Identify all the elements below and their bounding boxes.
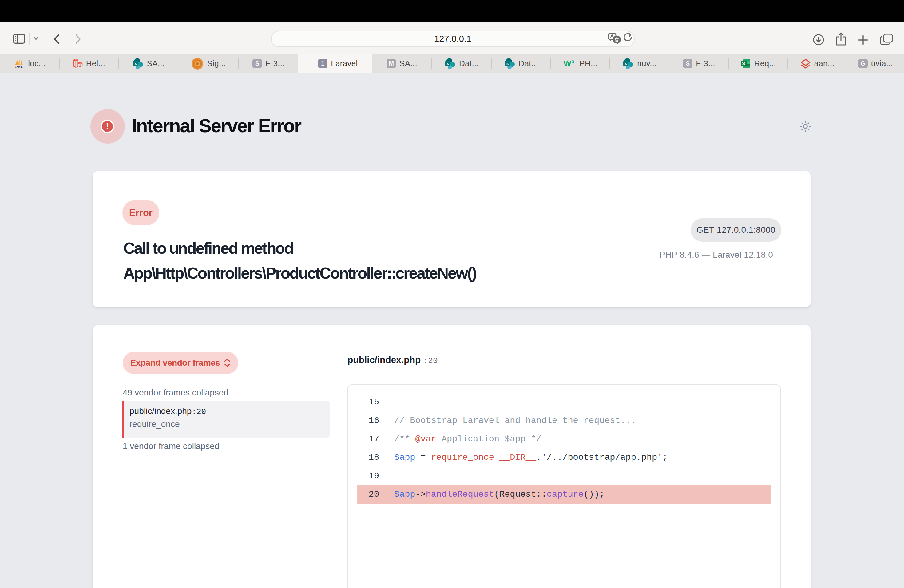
- svg-text:s: s: [447, 61, 449, 66]
- svg-text:3: 3: [572, 59, 574, 64]
- svg-text:PMA: PMA: [15, 65, 23, 69]
- svg-text:s: s: [134, 61, 136, 66]
- svg-text:s: s: [506, 61, 508, 66]
- svg-text:W: W: [564, 59, 571, 68]
- svg-text:s: s: [625, 61, 627, 66]
